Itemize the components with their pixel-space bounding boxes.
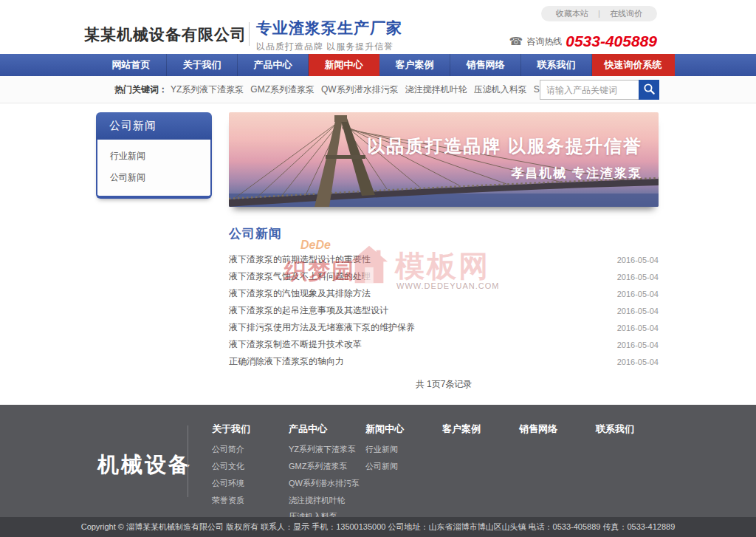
nav-item-cases[interactable]: 客户案例	[379, 54, 450, 76]
search-button[interactable]	[639, 80, 659, 100]
topbar-pill: 收藏本站 | 在线询价	[541, 6, 657, 21]
keyword-link[interactable]: 浇注搅拌机叶轮	[405, 83, 467, 96]
news-row[interactable]: 正确消除液下渣浆泵的轴向力 2016-05-04	[229, 353, 659, 370]
news-row[interactable]: 液下渣浆泵的前期选型设计的重要性 2016-05-04	[229, 251, 659, 268]
online-inquiry-link[interactable]: 在线询价	[610, 9, 642, 18]
page: 收藏本站 | 在线询价 某某机械设备有限公司 专业渣浆泵生产厂家 以品质打造品牌…	[0, 0, 756, 537]
sidebar-title: 公司新闻	[96, 112, 212, 140]
search-input[interactable]	[540, 80, 639, 100]
search-box	[540, 80, 659, 100]
nav-item-network[interactable]: 销售网络	[450, 54, 521, 76]
footer-link[interactable]: 公司新闻	[365, 461, 436, 472]
keyword-link[interactable]: YZ系列液下渣浆泵	[171, 83, 244, 96]
news-row[interactable]: 液下排污泵使用方法及无堵塞液下泵的维护保养 2016-05-04	[229, 319, 659, 336]
nav-item-about[interactable]: 关于我们	[167, 54, 238, 76]
footer-link[interactable]: 公司环境	[212, 478, 283, 489]
footer-link[interactable]: 公司简介	[212, 444, 283, 455]
slogan-title: 专业渣浆泵生产厂家	[256, 18, 402, 38]
news-row-title[interactable]: 液下渣浆泵的前期选型设计的重要性	[229, 253, 371, 266]
company-logo[interactable]: 某某机械设备有限公司	[84, 24, 247, 45]
footer-col-title[interactable]: 关于我们	[212, 423, 283, 436]
footer-col-title[interactable]: 销售网络	[519, 423, 590, 436]
keywords-label: 热门关键词：	[114, 83, 168, 96]
footer-col-title[interactable]: 联系我们	[596, 423, 667, 436]
banner-headline: 以品质打造品牌 以服务提升信誉	[367, 134, 642, 158]
footer-link[interactable]: QW系列潜水排污泵	[289, 478, 360, 489]
site-footer: 机械设备 关于我们 公司简介 公司文化 公司环境 荣誉资质 产品中心 YZ系列液…	[0, 405, 756, 517]
news-row[interactable]: 液下渣浆泵的起吊注意事项及其选型设计 2016-05-04	[229, 302, 659, 319]
content: 公司新闻 行业新闻 公司新闻	[0, 103, 756, 405]
news-list: 液下渣浆泵的前期选型设计的重要性 2016-05-04 液下渣浆泵气蚀及不上料问…	[229, 251, 659, 370]
news-row[interactable]: 液下渣浆泵的汽蚀现象及其排除方法 2016-05-04	[229, 285, 659, 302]
copyright-bar: Copyright © 淄博某某机械制造有限公司 版权所有 联系人：显示 手机：…	[0, 517, 756, 537]
nav-item-news[interactable]: 新闻中心	[309, 54, 379, 76]
news-row-title[interactable]: 液下渣浆泵制造不断提升技术改革	[229, 338, 362, 351]
nav-item-products[interactable]: 产品中心	[238, 54, 309, 76]
nav-item-home[interactable]: 网站首页	[96, 54, 167, 76]
pagination: 共 1页7条记录	[229, 378, 659, 391]
news-row-title[interactable]: 液下渣浆泵气蚀及不上料问题的处理	[229, 270, 371, 283]
sidebar-item-industry-news[interactable]: 行业新闻	[97, 146, 210, 167]
news-row-date: 2016-05-04	[617, 256, 659, 264]
footer-link[interactable]: 公司文化	[212, 461, 283, 472]
footer-logo: 机械设备	[97, 451, 192, 480]
news-row-title[interactable]: 正确消除液下渣浆泵的轴向力	[229, 355, 344, 368]
banner-subheadline: 孝昌机械 专注渣浆泵	[367, 165, 642, 182]
news-row-date: 2016-05-04	[617, 290, 659, 298]
keywords-bar: 热门关键词： YZ系列液下渣浆泵 GMZ系列渣浆泵 QW系列潜水排污泵 浇注搅拌…	[0, 76, 756, 103]
banner: 以品质打造品牌 以服务提升信誉 孝昌机械 专注渣浆泵	[229, 112, 659, 207]
footer-link[interactable]: 浇注搅拌机叶轮	[289, 495, 360, 506]
footer-divider	[188, 425, 188, 497]
news-row-title[interactable]: 液下渣浆泵的起吊注意事项及其选型设计	[229, 304, 388, 317]
footer-link[interactable]: YZ系列液下渣浆泵	[289, 444, 360, 455]
sidebar-item-company-news[interactable]: 公司新闻	[97, 167, 210, 188]
news-row-date: 2016-05-04	[617, 273, 659, 281]
search-icon	[643, 83, 656, 98]
footer-link[interactable]: 荣誉资质	[212, 495, 283, 506]
favorite-site-link[interactable]: 收藏本站	[556, 9, 588, 18]
keyword-link[interactable]: 压滤机入料泵	[474, 83, 527, 96]
footer-link[interactable]: GMZ系列渣浆泵	[289, 461, 360, 472]
nav-item-quick-quote[interactable]: 快速询价系统	[592, 54, 675, 76]
news-row-date: 2016-05-04	[617, 307, 659, 315]
footer-col-title[interactable]: 新闻中心	[365, 423, 436, 436]
news-row-date: 2016-05-04	[617, 324, 659, 332]
footer-link[interactable]: 行业新闻	[365, 444, 436, 455]
news-row-date: 2016-05-04	[617, 358, 659, 366]
news-row-title[interactable]: 液下渣浆泵的汽蚀现象及其排除方法	[229, 287, 371, 300]
main-nav: 网站首页 关于我们 产品中心 新闻中心 客户案例 销售网络 联系我们 快速询价系…	[0, 54, 756, 76]
keyword-link[interactable]: GMZ系列渣浆泵	[250, 83, 315, 96]
news-row[interactable]: 液下渣浆泵制造不断提升技术改革 2016-05-04	[229, 336, 659, 353]
hotline-label: 咨询热线	[526, 35, 562, 48]
nav-item-contact[interactable]: 联系我们	[521, 54, 592, 76]
slogan-subtitle: 以品质打造品牌 以服务提升信誉	[256, 41, 402, 53]
news-sidebar: 公司新闻 行业新闻 公司新闻	[96, 112, 212, 199]
phone-icon: ☎	[509, 35, 523, 48]
slogan: 专业渣浆泵生产厂家 以品质打造品牌 以服务提升信誉	[256, 18, 402, 53]
footer-col-title[interactable]: 客户案例	[442, 423, 513, 436]
news-section-title: 公司新闻	[229, 225, 282, 242]
site-header: 收藏本站 | 在线询价 某某机械设备有限公司 专业渣浆泵生产厂家 以品质打造品牌…	[0, 0, 756, 54]
news-row[interactable]: 液下渣浆泵气蚀及不上料问题的处理 2016-05-04	[229, 268, 659, 285]
news-row-date: 2016-05-04	[617, 341, 659, 349]
hotline-number: 0533-405889	[566, 33, 657, 50]
news-row-title[interactable]: 液下排污泵使用方法及无堵塞液下泵的维护保养	[229, 321, 415, 334]
hotline: ☎ 咨询热线 0533-405889	[509, 33, 657, 50]
watermark-dede-text: DeDe	[300, 239, 331, 252]
footer-col-title[interactable]: 产品中心	[289, 423, 360, 436]
topbar-divider: |	[598, 9, 600, 18]
logo-divider	[249, 22, 250, 46]
banner-text: 以品质打造品牌 以服务提升信誉 孝昌机械 专注渣浆泵	[367, 134, 642, 182]
keyword-link[interactable]: QW系列潜水排污泵	[321, 83, 399, 96]
sidebar-body: 行业新闻 公司新闻	[96, 140, 212, 199]
